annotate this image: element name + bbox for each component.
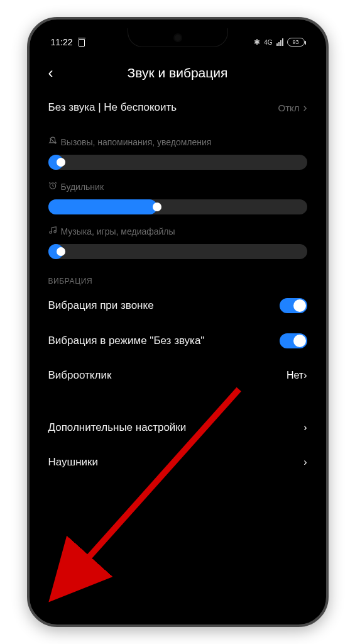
silent-dnd-value: Откл bbox=[278, 103, 299, 113]
slider-alarm-thumb[interactable] bbox=[153, 203, 161, 211]
slider-media: Музыка, игры, медиафайлы bbox=[48, 226, 307, 259]
row-headphones[interactable]: Наушники › bbox=[48, 445, 307, 480]
slider-ringer-thumb[interactable] bbox=[57, 158, 65, 167]
phone-frame: 11:22 ✱ 4G 93 ‹ Звук и вибрация Без звук… bbox=[27, 17, 329, 627]
vibrate-on-call-toggle[interactable] bbox=[280, 298, 307, 313]
bluetooth-icon: ✱ bbox=[254, 38, 260, 47]
slider-ringer-track[interactable] bbox=[48, 155, 307, 170]
vibrate-silent-label: Вибрация в режиме "Без звука" bbox=[48, 334, 280, 348]
slider-media-caption: Музыка, игры, медиафайлы bbox=[48, 226, 307, 236]
vibrate-on-call-label: Вибрация при звонке bbox=[48, 299, 280, 313]
row-silent-dnd[interactable]: Без звука | Не беспокоить Откл › bbox=[48, 90, 307, 125]
bell-off-icon bbox=[48, 136, 57, 147]
slider-ringer-label: Вызовы, напоминания, уведомления bbox=[61, 137, 212, 147]
haptic-value: Нет bbox=[287, 370, 303, 381]
notification-trash-icon bbox=[78, 38, 85, 47]
slider-alarm: Будильник bbox=[48, 181, 307, 214]
battery-icon: 93 bbox=[287, 38, 305, 47]
screen: 11:22 ✱ 4G 93 ‹ Звук и вибрация Без звук… bbox=[38, 28, 317, 616]
chevron-right-icon: › bbox=[303, 457, 307, 468]
section-vibration: ВИБРАЦИЯ bbox=[48, 277, 307, 286]
signal-icon bbox=[276, 38, 283, 46]
silent-dnd-label: Без звука | Не беспокоить bbox=[48, 101, 278, 114]
haptic-label: Виброотклик bbox=[48, 369, 287, 383]
slider-media-label: Музыка, игры, медиафайлы bbox=[61, 226, 175, 236]
status-time: 11:22 bbox=[51, 37, 73, 47]
chevron-right-icon: › bbox=[303, 101, 307, 114]
spacer bbox=[48, 393, 307, 411]
slider-media-thumb[interactable] bbox=[57, 247, 65, 256]
row-additional-settings[interactable]: Дополнительные настройки › bbox=[48, 411, 307, 445]
row-haptic[interactable]: Виброотклик Нет › bbox=[48, 358, 307, 393]
slider-alarm-fill bbox=[48, 199, 157, 214]
slider-alarm-caption: Будильник bbox=[48, 181, 307, 192]
row-vibrate-silent[interactable]: Вибрация в режиме "Без звука" bbox=[48, 323, 307, 358]
header: ‹ Звук и вибрация bbox=[48, 56, 307, 90]
chevron-right-icon: › bbox=[303, 422, 307, 433]
slider-alarm-track[interactable] bbox=[48, 199, 307, 214]
additional-settings-label: Дополнительные настройки bbox=[48, 421, 304, 435]
svg-point-1 bbox=[49, 231, 52, 234]
alarm-icon bbox=[48, 181, 57, 192]
vibrate-silent-toggle[interactable] bbox=[280, 333, 307, 348]
headphones-label: Наушники bbox=[48, 455, 304, 470]
slider-ringer-caption: Вызовы, напоминания, уведомления bbox=[48, 136, 307, 147]
page-title: Звук и вибрация bbox=[48, 65, 307, 80]
row-vibrate-on-call[interactable]: Вибрация при звонке bbox=[48, 288, 307, 323]
music-icon bbox=[48, 226, 57, 236]
svg-point-2 bbox=[53, 231, 56, 233]
slider-ringer: Вызовы, напоминания, уведомления bbox=[48, 136, 307, 170]
network-type: 4G bbox=[264, 39, 272, 46]
battery-pct: 93 bbox=[292, 39, 298, 45]
notch bbox=[128, 28, 228, 47]
slider-alarm-label: Будильник bbox=[61, 182, 104, 192]
slider-media-track[interactable] bbox=[48, 244, 307, 259]
chevron-right-icon: › bbox=[303, 370, 307, 381]
